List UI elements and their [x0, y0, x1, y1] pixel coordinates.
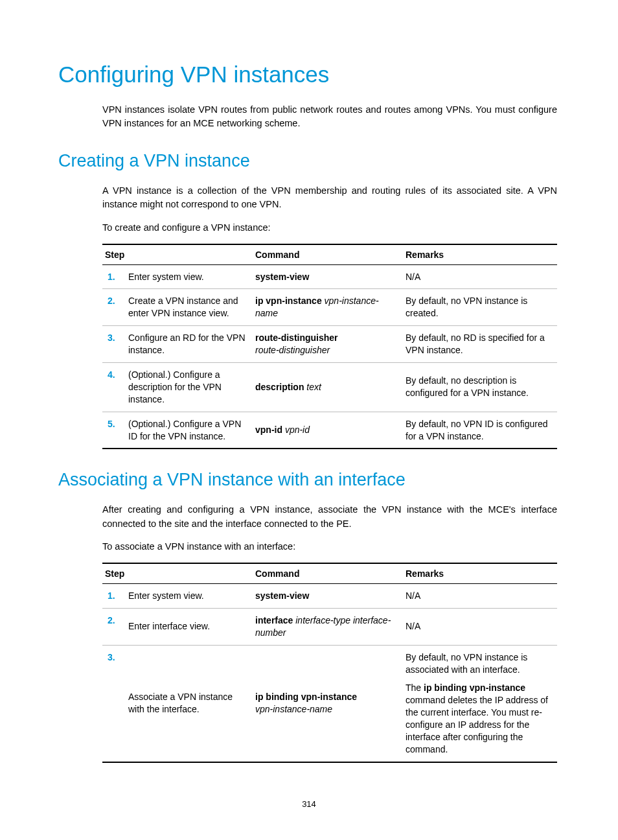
- remarks-text: command deletes the IP address of the cu…: [406, 695, 548, 754]
- table-row: 1. Enter system view. system-view N/A: [102, 264, 557, 289]
- step-number: 2.: [102, 289, 126, 326]
- step-command: ip vpn-instance vpn-instance-name: [253, 289, 403, 326]
- th-remarks: Remarks: [403, 563, 557, 584]
- step-remarks: By default, no VPN ID is configured for …: [403, 412, 557, 449]
- step-number: 3.: [102, 326, 126, 363]
- cmd-bold: interface: [255, 615, 293, 625]
- section1-p2: To create and configure a VPN instance:: [102, 221, 557, 235]
- step-remarks: By default, no VPN instance is created.: [403, 289, 557, 326]
- section2-p1: After creating and configuring a VPN ins…: [102, 503, 557, 530]
- step-number: 3.: [102, 645, 126, 762]
- table-header-row: Step Command Remarks: [102, 563, 557, 584]
- step-command: system-view: [253, 584, 403, 609]
- step-command: route-distinguisherroute-distinguisher: [253, 326, 403, 363]
- table-row: 3. Associate a VPN instance with the int…: [102, 645, 557, 762]
- step-desc: Enter system view.: [126, 584, 253, 609]
- step-number: 1.: [102, 264, 126, 289]
- remarks-p1: By default, no VPN instance is associate…: [406, 651, 553, 676]
- cmd-bold: ip vpn-instance: [255, 296, 322, 306]
- step-desc: (Optional.) Configure a VPN ID for the V…: [126, 412, 253, 449]
- section1-p1: A VPN instance is a collection of the VP…: [102, 184, 557, 211]
- cmd-bold: vpn-id: [255, 425, 282, 435]
- step-remarks: By default, no RD is specified for a VPN…: [403, 326, 557, 363]
- step-command: vpn-id vpn-id: [253, 412, 403, 449]
- page-number: 314: [0, 799, 618, 809]
- step-number: 2.: [102, 608, 126, 645]
- cmd-italic: text: [304, 382, 321, 392]
- remarks-bold: ip binding vpn-instance: [424, 682, 525, 693]
- th-command: Command: [253, 563, 403, 584]
- th-remarks: Remarks: [403, 244, 557, 265]
- intro-paragraph: VPN instances isolate VPN routes from pu…: [102, 103, 557, 130]
- step-desc: Configure an RD for the VPN instance.: [126, 326, 253, 363]
- section-heading-associating: Associating a VPN instance with an inter…: [58, 470, 557, 490]
- table-header-row: Step Command Remarks: [102, 244, 557, 265]
- cmd-bold: route-distinguisher: [255, 332, 338, 343]
- step-number: 5.: [102, 412, 126, 449]
- table-row: 5. (Optional.) Configure a VPN ID for th…: [102, 412, 557, 449]
- step-desc: Enter interface view.: [126, 608, 253, 645]
- step-desc: Create a VPN instance and enter VPN inst…: [126, 289, 253, 326]
- table-row: 3. Configure an RD for the VPN instance.…: [102, 326, 557, 363]
- table-associate-vpn: Step Command Remarks 1. Enter system vie…: [102, 563, 557, 763]
- th-step: Step: [102, 563, 253, 584]
- th-command: Command: [253, 244, 403, 265]
- cmd-bold: system-view: [255, 590, 309, 601]
- step-remarks: By default, no description is configured…: [403, 363, 557, 412]
- cmd-italic: vpn-instance-name: [255, 704, 332, 714]
- step-desc: Enter system view.: [126, 264, 253, 289]
- section2-p2: To associate a VPN instance with an inte…: [102, 540, 557, 554]
- document-page: Configuring VPN instances VPN instances …: [0, 0, 618, 840]
- cmd-italic: route-distinguisher: [255, 345, 330, 355]
- step-number: 4.: [102, 363, 126, 412]
- table-row: 1. Enter system view. system-view N/A: [102, 584, 557, 609]
- cmd-bold: description: [255, 382, 304, 392]
- cmd-bold: system-view: [255, 272, 309, 282]
- th-step: Step: [102, 244, 253, 265]
- step-command: system-view: [253, 264, 403, 289]
- cmd-bold: ip binding vpn-instance: [255, 692, 357, 702]
- step-command: description text: [253, 363, 403, 412]
- table-row: 2. Create a VPN instance and enter VPN i…: [102, 289, 557, 326]
- step-number: 1.: [102, 584, 126, 609]
- cmd-italic: vpn-id: [282, 425, 310, 435]
- table-row: 4. (Optional.) Configure a description f…: [102, 363, 557, 412]
- remarks-text: The: [406, 682, 424, 693]
- step-remarks: By default, no VPN instance is associate…: [403, 645, 557, 762]
- table-row: 2. Enter interface view. interface inter…: [102, 608, 557, 645]
- step-remarks: N/A: [403, 608, 557, 645]
- step-desc: Associate a VPN instance with the interf…: [126, 645, 253, 762]
- page-title: Configuring VPN instances: [58, 62, 557, 88]
- step-remarks: N/A: [403, 264, 557, 289]
- section-heading-creating: Creating a VPN instance: [58, 151, 557, 171]
- step-desc: (Optional.) Configure a description for …: [126, 363, 253, 412]
- table-create-vpn: Step Command Remarks 1. Enter system vie…: [102, 244, 557, 450]
- step-command: ip binding vpn-instancevpn-instance-name: [253, 645, 403, 762]
- step-remarks: N/A: [403, 584, 557, 609]
- step-command: interface interface-type interface-numbe…: [253, 608, 403, 645]
- remarks-p2: The ip binding vpn-instance command dele…: [406, 682, 553, 755]
